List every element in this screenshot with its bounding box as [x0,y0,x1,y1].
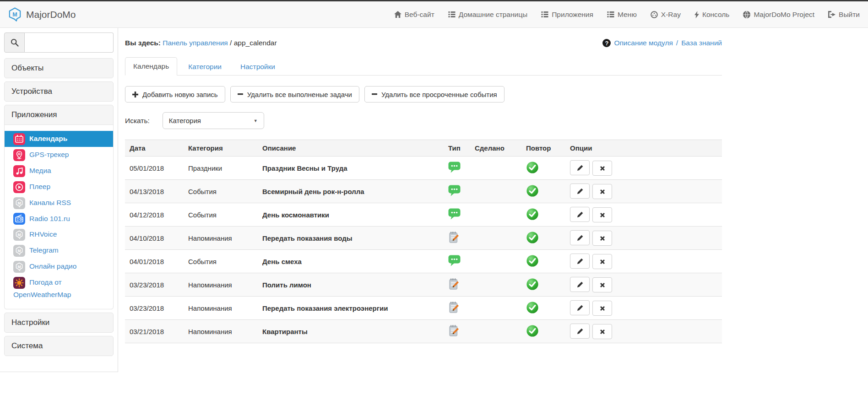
repeat-check-icon [526,278,539,291]
edit-button[interactable] [570,324,590,339]
table-row: 03/23/2018НапоминанияПолить лимон [125,273,722,297]
event-bubble-icon [448,162,461,173]
add-record-button[interactable]: Добавить новую запись [125,86,225,103]
app-label: Календарь [29,135,67,142]
sidebar-app-radio-101[interactable]: Radio 101.ru [5,211,113,227]
sidebar-app-rss-channels[interactable]: MКаналы RSS [5,195,113,211]
app-label: GPS-трекер [29,151,69,158]
search-button[interactable] [4,32,25,53]
edit-button[interactable] [570,184,590,199]
edit-pencil-icon [577,211,583,218]
category-filter-select[interactable]: Категория ▼ [163,112,264,129]
nav-item-home-pages[interactable]: Домашние страницы [448,11,527,19]
sidebar-section-system: Система [4,336,114,356]
m-icon: M [13,261,25,273]
sidebar-app-gps-tracker[interactable]: GPS-трекер [5,147,113,163]
app-label: Плеер [29,183,50,190]
sidebar-section-settings: Настройки [4,313,114,333]
delete-button[interactable] [592,277,612,292]
tab-calendar[interactable]: Календарь [125,57,177,76]
sidebar-app-openweathermap[interactable]: Погода от OpenWeatherMap [5,275,113,303]
table-row: 04/12/2018СобытияДень космонавтики [125,203,722,227]
sidebar-app-telegram[interactable]: MTelegram [5,243,113,259]
cell-date: 04/12/2018 [125,203,184,227]
cell-type [444,297,470,320]
breadcrumb-separator: / [230,39,232,47]
delete-done-tasks-button[interactable]: Удалить все выполненые задачи [230,86,359,103]
table-row: 03/23/2018НапоминанияПередать показания … [125,297,722,320]
nav-item-xray[interactable]: X-Ray [651,11,681,19]
sidebar-section-settings-header[interactable]: Настройки [5,313,113,332]
top-nav: Веб-сайтДомашние страницыПриложенияМенюX… [394,11,861,19]
nav-item-console[interactable]: Консоль [694,11,730,19]
calendar-icon [13,133,25,145]
sidebar-section-system-header[interactable]: Система [5,336,113,356]
brand-name: MajorDoMo [26,9,76,20]
majordomo-logo-icon: M [7,7,22,22]
cell-done [470,250,521,273]
delete-button[interactable] [592,324,612,339]
delete-button[interactable] [592,184,612,199]
sidebar-section-objects-header[interactable]: Объекты [5,59,113,78]
edit-button[interactable] [570,207,590,222]
sidebar-app-calendar[interactable]: Календарь [5,131,113,147]
delete-overdue-events-button[interactable]: Удалить все просроченные события [364,86,505,103]
sidebar-app-rhvoice[interactable]: MRHVoice [5,227,113,243]
nav-item-label: Веб-сайт [405,11,434,19]
edit-pencil-icon [577,165,583,171]
home-icon [394,11,401,18]
delete-x-icon [600,306,605,311]
minus-icon [372,93,377,95]
cell-options [565,320,722,343]
search-input[interactable] [25,32,114,53]
edit-button[interactable] [570,300,590,315]
tab-categories[interactable]: Категории [180,58,229,76]
breadcrumb-link-control-panel[interactable]: Панель управления [163,39,228,47]
nav-item-website[interactable]: Веб-сайт [394,11,434,19]
event-bubble-icon [448,185,461,196]
page: M MajorDoMo Веб-сайтДомашние страницыПри… [0,0,868,416]
top-bar: M MajorDoMo Веб-сайтДомашние страницыПри… [0,1,868,28]
delete-button[interactable] [592,301,612,316]
edit-button[interactable] [570,277,590,292]
knowledge-base-link[interactable]: База знаний [681,39,722,47]
tab-settings[interactable]: Настройки [233,58,283,76]
repeat-check-icon [526,161,539,174]
nav-item-label: Приложения [552,11,593,19]
svg-text:M: M [17,200,21,205]
col-header-repeat: Повтор [521,140,565,157]
delete-button[interactable] [592,254,612,269]
breadcrumb-current: app_calendar [234,39,277,47]
table-row: 03/21/2018НапоминанияКвартиранты [125,320,722,343]
delete-button[interactable] [592,207,612,222]
chevron-down-icon: ▼ [254,119,258,123]
sidebar-app-player[interactable]: Плеер [5,179,113,195]
nav-item-logout[interactable]: Выйти [828,11,860,19]
delete-button[interactable] [592,231,612,246]
edit-button[interactable] [570,160,590,175]
nav-item-menu[interactable]: Меню [607,11,637,19]
module-description-link[interactable]: Описание модуля [614,39,673,47]
sidebar-app-online-radio[interactable]: MОнлайн радио [5,259,113,275]
sidebar-sections-bottom: НастройкиСистема [4,313,114,356]
edit-button[interactable] [570,230,590,245]
sidebar-app-media[interactable]: Медиа [5,163,113,179]
sidebar-section-devices-header[interactable]: Устройства [5,82,113,101]
repeat-check-icon [526,208,539,221]
nav-item-applications[interactable]: Приложения [541,11,593,19]
sidebar-section-applications-header[interactable]: Приложения [5,105,113,124]
filter-row: Искать: Категория ▼ [125,112,722,129]
delete-button[interactable] [592,161,612,176]
nav-item-majordomo-project[interactable]: MajorDoMo Project [743,11,814,19]
edit-button[interactable] [570,254,590,269]
app-label: Онлайн радио [29,262,76,270]
delete-x-icon [600,259,605,265]
col-header-done: Сделано [470,140,521,157]
main-content: Вы здесь: Панель управления / app_calend… [118,28,868,343]
help-question-icon: ? [602,39,611,47]
cell-date: 03/23/2018 [125,273,184,297]
cell-category: События [184,250,258,273]
sidebar-section-objects: Объекты [4,58,114,78]
nav-item-label: MajorDoMo Project [754,11,814,19]
plus-icon [132,92,138,97]
